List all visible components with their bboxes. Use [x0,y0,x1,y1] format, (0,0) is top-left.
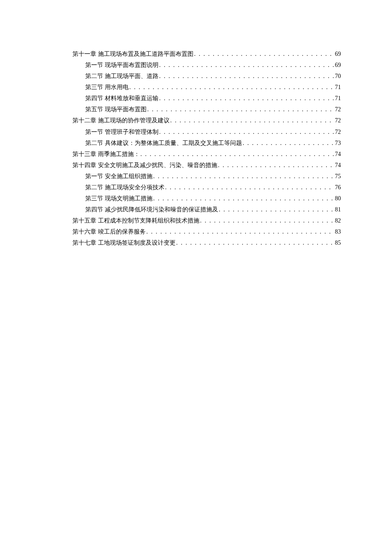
toc-leader-dots [159,71,334,81]
toc-leader-dots [153,194,334,204]
toc-label: 第十四章 安全文明施工及减少扰民、污染、噪音的措施 [72,160,217,171]
toc-label: 第一节 现场平面布置图说明 [85,60,159,70]
toc-entry: 第二节 具体建议：为整体施工质量、工期及交叉施工等问题73 [72,138,341,148]
toc-entry: 第四节 减少扰民降低环境污染和噪音的保证措施及81 [72,205,341,215]
toc-page-number: 72 [335,127,341,137]
toc-entry: 第十六章 竣工后的保养服务83 [72,227,341,237]
toc-entry: 第二节 施工现场安全分项技术76 [72,182,341,193]
toc-page-number: 82 [335,216,341,226]
toc-leader-dots [159,93,334,104]
toc-label: 第一节 管理班子和管理体制 [85,127,159,137]
toc-entry: 第一节 安全施工组织措施75 [72,171,341,182]
toc-leader-dots [243,138,334,148]
toc-entry: 第四节 材料堆放和垂直运输71 [72,93,341,104]
toc-label: 第二节 施工现场安全分项技术 [85,182,164,193]
toc-leader-dots [147,104,334,115]
toc-leader-dots [219,205,334,215]
toc-page-number: 72 [335,104,341,115]
toc-leader-dots [147,227,334,237]
toc-label: 第三节 用水用电 [85,82,129,92]
toc-label: 第二节 具体建议：为整体施工质量、工期及交叉施工等问题 [85,138,242,148]
toc-page-number: 74 [335,149,341,159]
toc-leader-dots [176,238,334,248]
toc-entry: 第一节 管理班子和管理体制72 [72,127,341,137]
toc-entry: 第五节 现场平面布置图72 [72,104,341,115]
toc-page-number: 75 [335,171,341,182]
toc-page-number: 81 [335,205,341,215]
toc-entry: 第二节 施工现场平面、道路70 [72,71,341,81]
toc-label: 第三节 现场文明施工措施 [85,194,153,204]
toc-leader-dots [165,182,334,193]
toc-page-number: 70 [335,71,341,81]
toc-leader-dots [130,82,334,92]
toc-entry: 第十五章 工程成本控制节支降耗组织和技术措施82 [72,216,341,226]
toc-leader-dots [153,171,334,182]
toc-leader-dots [200,216,334,226]
toc-label: 第十二章 施工现场的协作管理及建议 [72,116,170,126]
toc-label: 第十五章 工程成本控制节支降耗组织和技术措施 [72,216,199,226]
toc-page-number: 74 [335,160,341,171]
toc-label: 第二节 施工现场平面、道路 [85,71,159,81]
toc-page-number: 73 [335,138,341,148]
toc-page-number: 80 [335,194,341,204]
toc-entry: 第十二章 施工现场的协作管理及建议72 [72,116,341,126]
toc-label: 第四节 材料堆放和垂直运输 [85,93,159,104]
toc-page-number: 71 [335,82,341,92]
toc-leader-dots [218,160,334,171]
toc-page-number: 69 [335,60,341,70]
toc-label: 第十七章 工地现场签证制度及设计变更 [72,238,176,248]
toc-label: 第十三章 雨季施工措施： [72,149,140,159]
toc-leader-dots [141,149,334,159]
toc-label: 第一节 安全施工组织措施 [85,171,153,182]
toc-label: 第五节 现场平面布置图 [85,104,147,115]
toc-entry: 第三节 现场文明施工措施80 [72,194,341,204]
toc-entry: 第十三章 雨季施工措施：74 [72,149,341,159]
table-of-contents: 第十一章 施工现场布置及施工道路平面布置图69第一节 现场平面布置图说明69第二… [72,49,341,248]
toc-label: 第十一章 施工现场布置及施工道路平面布置图 [72,49,193,59]
toc-leader-dots [159,60,334,70]
toc-leader-dots [194,49,334,59]
toc-entry: 第十七章 工地现场签证制度及设计变更85 [72,238,341,248]
toc-page-number: 85 [335,238,341,248]
toc-page-number: 72 [335,116,341,126]
toc-entry: 第三节 用水用电71 [72,82,341,92]
page-content: 第十一章 施工现场布置及施工道路平面布置图69第一节 现场平面布置图说明69第二… [0,0,392,248]
toc-page-number: 76 [335,182,341,193]
toc-entry: 第十四章 安全文明施工及减少扰民、污染、噪音的措施74 [72,160,341,171]
toc-entry: 第十一章 施工现场布置及施工道路平面布置图69 [72,49,341,59]
toc-label: 第十六章 竣工后的保养服务 [72,227,146,237]
toc-page-number: 69 [335,49,341,59]
toc-page-number: 83 [335,227,341,237]
toc-entry: 第一节 现场平面布置图说明69 [72,60,341,70]
toc-label: 第四节 减少扰民降低环境污染和噪音的保证措施及 [85,205,218,215]
toc-leader-dots [159,127,334,137]
toc-page-number: 71 [335,93,341,104]
toc-leader-dots [170,116,334,126]
